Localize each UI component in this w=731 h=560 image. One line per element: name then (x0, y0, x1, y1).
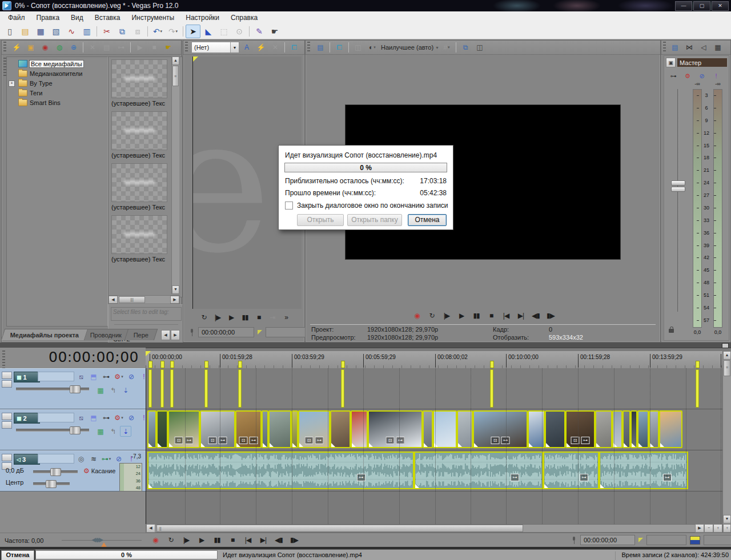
event-fx-icon[interactable]: ⊶ (357, 474, 366, 481)
timeline-ruler[interactable]: 00:00:00;0000:01:59;2800:03:59;2900:05:5… (146, 351, 723, 369)
open-button[interactable]: Открыть (297, 214, 344, 226)
save-button[interactable]: ▦ (33, 25, 48, 38)
insert-fx-button[interactable]: ⊶ (101, 371, 112, 382)
mixer-edit-details-button[interactable]: ▤ (668, 41, 682, 54)
fade-up-button[interactable]: ↰ (107, 426, 119, 437)
event-fx-icon[interactable]: ⊶ (396, 437, 405, 444)
selection-start-field[interactable] (646, 535, 686, 545)
audio-event[interactable]: ⊶ (599, 452, 688, 489)
timeline-event[interactable] (204, 369, 208, 408)
pin-icon[interactable] (722, 343, 729, 348)
video-event[interactable]: ⊡⊶ (565, 410, 595, 448)
chevron-down-icon[interactable]: ▾ (121, 374, 123, 379)
close-on-finish-checkbox[interactable] (285, 202, 293, 210)
whats-this-help-button[interactable]: ☛ (267, 25, 282, 38)
slider-knob[interactable] (46, 480, 57, 488)
timeline-event[interactable] (341, 369, 344, 408)
video-event[interactable]: ⊡⊶ (200, 410, 235, 448)
composite-mode-button[interactable]: ⬒ (88, 412, 99, 423)
trim-overflow-button[interactable]: » (280, 312, 292, 323)
maximize-track-button[interactable] (2, 421, 12, 429)
timeline-marker[interactable] (160, 361, 164, 368)
meter-options-button[interactable]: ▦ (711, 41, 725, 54)
video-event[interactable]: ⊡⊶ (473, 410, 528, 448)
track-name-field[interactable] (38, 454, 74, 464)
trimmer-timecode[interactable]: 00:00:00;00 (198, 327, 254, 337)
event-fx-icon[interactable]: ⊶ (581, 437, 590, 444)
timeline-marker[interactable] (696, 361, 700, 368)
edit-details-button[interactable]: ▥ (79, 25, 94, 38)
media-properties-button[interactable]: ▤ (100, 41, 114, 54)
go-to-start-button[interactable]: |◀ (500, 311, 512, 321)
video-event[interactable] (595, 410, 612, 448)
sidebar-item-4[interactable]: Smart Bins (7, 98, 107, 107)
video-event[interactable] (457, 410, 473, 448)
play-button[interactable]: ▶ (456, 311, 467, 321)
auto-regenerate-button[interactable]: A (240, 41, 254, 54)
menu-item-1[interactable]: Правка (31, 12, 66, 23)
tl-play-button[interactable]: ▶ (196, 535, 207, 545)
arm-record-button[interactable]: ◎ (75, 453, 87, 464)
new-project-button[interactable]: ▯ (2, 25, 17, 38)
slider-knob[interactable] (70, 385, 81, 393)
menu-item-5[interactable]: Настройки (180, 12, 225, 23)
scrollbar-thumb[interactable]: || (156, 525, 523, 532)
zoom-in-button[interactable]: ＋ (713, 524, 722, 533)
thumbs-horizontal-scrollbar[interactable]: ◀ ||| ▶ (108, 295, 180, 304)
zoom-track-button[interactable]: ＋ (723, 524, 731, 533)
timeline-horizontal-scrollbar[interactable]: ◀ || ▶ − ＋ (146, 524, 723, 533)
track-1-header[interactable]: ▦1⧅⬒⊶⚙▾⊘!▦↰⇣ (0, 368, 146, 409)
timeline-event[interactable] (160, 369, 164, 408)
toolbar-grip[interactable] (185, 42, 188, 53)
minimize-track-button[interactable] (2, 413, 12, 420)
overlay-grid-button[interactable]: #▾ (440, 41, 453, 54)
minimize-track-button[interactable] (2, 372, 12, 379)
chevron-down-icon[interactable]: ▼ (230, 42, 239, 53)
pan-crop-icon[interactable]: ⊡ (208, 437, 217, 444)
menu-item-2[interactable]: Вид (65, 12, 89, 23)
cancel-render-button[interactable]: Отмена (408, 214, 447, 226)
tab-2[interactable]: Пере (124, 329, 158, 340)
trim-stop-button[interactable]: ■ (253, 312, 264, 323)
remove-button[interactable]: ✕ (268, 41, 282, 54)
track-name-field[interactable] (38, 413, 74, 422)
lightning-button[interactable]: ⚡ (254, 41, 268, 54)
event-fx-icon[interactable]: ⊶ (185, 437, 194, 444)
chevron-down-icon[interactable]: ▾ (448, 45, 450, 50)
record-button[interactable]: ◉ (411, 311, 423, 321)
toolbar-grip[interactable] (663, 42, 666, 53)
event-fx-icon[interactable]: ⊶ (315, 437, 324, 444)
maximize-track-button[interactable] (2, 380, 12, 388)
save-snapshot-button[interactable]: ◫ (473, 41, 487, 54)
chevron-down-icon[interactable]: ▾ (109, 457, 111, 461)
timeline-timecode-display[interactable]: 00:00:00;00 (0, 349, 139, 366)
sidebar-item-3[interactable]: Теги (7, 88, 107, 98)
copy-button[interactable]: ⧉ (115, 25, 130, 38)
media-search-button[interactable]: ⊕ (67, 41, 81, 54)
trim-pause-button[interactable]: ▮▮ (239, 312, 251, 323)
thumbs-vertical-scrollbar[interactable]: ▲ ≡ ▼ (171, 57, 179, 294)
tab-1[interactable]: Проводник (81, 329, 131, 340)
tl-pause-button[interactable]: ▮▮ (211, 535, 223, 545)
mute-button[interactable]: ⊘ (126, 371, 137, 382)
import-media-button[interactable]: ▣ (24, 41, 38, 54)
trim-goto-button[interactable]: ⇥ (267, 312, 278, 323)
trim-loop-button[interactable]: ↻ (198, 312, 210, 323)
tl-go-to-end-button[interactable]: ▶| (258, 535, 269, 545)
paste-button[interactable]: ⧈ (130, 25, 145, 38)
play-from-start-button[interactable]: |▶ (441, 311, 452, 321)
video-event[interactable] (423, 410, 433, 448)
external-preview-button[interactable]: ⧠ (332, 41, 346, 54)
pan-crop-icon[interactable]: ⊡ (491, 437, 500, 444)
timeline-marker[interactable] (204, 361, 208, 368)
open-button[interactable]: ▤ (18, 25, 33, 38)
loop-region-icon[interactable] (690, 536, 700, 545)
video-event[interactable] (659, 410, 682, 448)
master-mute-button[interactable]: ⊘ (696, 71, 708, 81)
track-1-lane[interactable] (146, 368, 723, 409)
maximize-button[interactable]: ▢ (693, 1, 710, 11)
prev-frame-button[interactable]: ◀▮ (530, 311, 541, 321)
cut-button[interactable]: ✂ (99, 25, 114, 38)
video-event[interactable]: ⊡⊶ (368, 410, 423, 448)
event-fx-icon[interactable]: ⊶ (219, 437, 227, 444)
